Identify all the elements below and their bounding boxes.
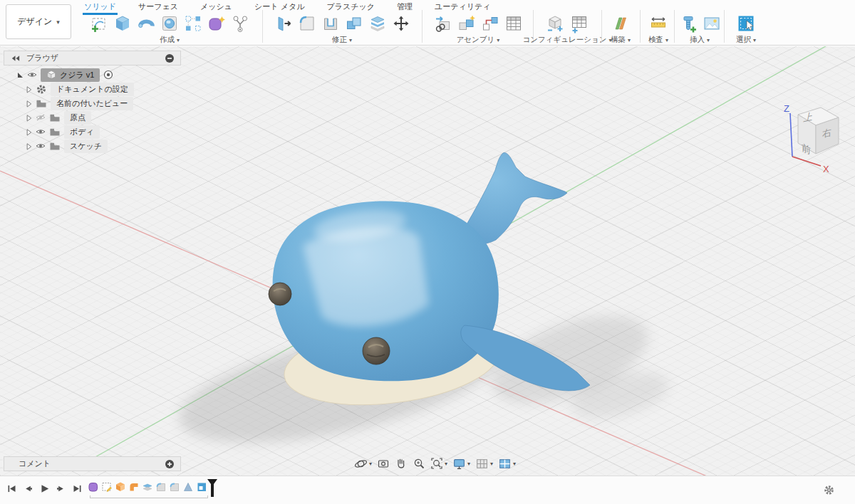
split-feature-icon[interactable] [141, 481, 153, 493]
create-form-icon[interactable] [205, 13, 228, 35]
gear-icon[interactable] [823, 484, 835, 496]
toolbar-divider [674, 10, 675, 43]
activate-component-radio[interactable] [103, 70, 113, 80]
shell-icon[interactable] [319, 13, 342, 35]
pan-icon[interactable] [395, 457, 408, 470]
folder-icon [49, 142, 61, 151]
new-component-icon[interactable] [432, 13, 455, 35]
fit-icon[interactable]: ▾ [430, 457, 447, 470]
collapsed-arrow-icon[interactable] [25, 114, 32, 122]
play-icon[interactable] [38, 482, 50, 495]
select-icon[interactable] [735, 13, 757, 35]
tree-item-label[interactable]: 名前の付いたビュー [51, 97, 133, 110]
browser-item-named-views[interactable]: 名前の付いたビュー [6, 96, 134, 110]
visibility-eye-off-icon[interactable] [36, 114, 46, 121]
whale-eye-left[interactable] [269, 283, 291, 305]
tab-utilities[interactable]: ユーティリティ [433, 0, 492, 13]
pattern-icon[interactable] [182, 13, 204, 35]
look-at-icon[interactable] [377, 457, 390, 470]
tree-item-label[interactable]: ボディ [64, 125, 100, 139]
zoom-icon[interactable] [413, 457, 425, 470]
configuration-table-icon[interactable] [568, 13, 591, 35]
whale-eye-right[interactable] [363, 337, 390, 364]
browser-item-sketches[interactable]: スケッチ [6, 139, 134, 153]
extrude-icon[interactable] [111, 13, 134, 35]
select-dropdown[interactable]: 選択▾ [736, 35, 756, 45]
tab-sheet-metal[interactable]: シート メタル [253, 0, 306, 13]
joint-icon[interactable] [455, 13, 478, 35]
insert-dropdown[interactable]: 挿入▾ [690, 35, 710, 45]
insert-fastener-icon[interactable] [677, 13, 700, 35]
go-to-end-icon[interactable] [71, 482, 83, 495]
timeline-position-marker[interactable] [207, 478, 218, 498]
revolve-icon[interactable] [135, 13, 157, 35]
collapsed-arrow-icon[interactable] [25, 128, 32, 136]
ribbon-tabs: ソリッド サーフェス メッシュ シート メタル プラスチック 管理 ユーティリテ… [83, 0, 492, 12]
collapse-panel-icon[interactable] [10, 54, 21, 63]
split-body-icon[interactable] [366, 13, 389, 35]
expand-arrow-icon[interactable] [16, 71, 24, 78]
measure-icon[interactable] [647, 13, 670, 35]
construct-dropdown[interactable]: 構築▾ [611, 35, 631, 45]
configure-icon[interactable] [544, 13, 567, 35]
visibility-eye-icon[interactable] [27, 71, 37, 78]
automated-modeling-icon[interactable] [229, 13, 252, 35]
configuration-dropdown[interactable]: コンフィギュレーション▾ [523, 35, 612, 45]
assemble-dropdown[interactable]: アセンブリ▾ [457, 35, 500, 45]
visibility-eye-icon[interactable] [36, 142, 46, 149]
tab-surface[interactable]: サーフェス [137, 0, 180, 13]
tab-manage[interactable]: 管理 [395, 0, 414, 13]
tree-item-label[interactable]: スケッチ [64, 140, 108, 153]
workspace-switcher-button[interactable]: デザイン▾ [6, 4, 71, 39]
collapsed-arrow-icon[interactable] [25, 100, 32, 107]
view-cube[interactable]: Z 上 前 右 X [771, 99, 842, 174]
visibility-eye-icon[interactable] [36, 128, 46, 135]
chevron-down-icon: ▾ [56, 19, 60, 26]
viewports-icon[interactable]: ▾ [498, 457, 516, 471]
modify-dropdown[interactable]: 修正▾ [332, 35, 352, 45]
create-sketch-icon[interactable] [88, 13, 110, 35]
fillet-icon[interactable] [296, 13, 318, 35]
grid-settings-icon[interactable]: ▾ [475, 457, 493, 471]
orbit-icon[interactable]: ▾ [354, 457, 372, 471]
browser-item-origin[interactable]: 原点 [6, 110, 134, 125]
component-root-item[interactable]: クジラ v1 [41, 68, 100, 82]
insert-canvas-icon[interactable] [700, 13, 723, 35]
browser-item-bodies[interactable]: ボディ [6, 125, 134, 139]
tree-item-label[interactable]: 原点 [64, 111, 91, 125]
display-settings-icon[interactable]: ▾ [452, 457, 470, 471]
fillet-feature-icon[interactable] [168, 481, 180, 493]
form-feature-icon[interactable] [87, 481, 99, 493]
combine-icon[interactable] [343, 13, 366, 35]
go-to-start-icon[interactable] [6, 482, 17, 495]
as-built-joint-icon[interactable] [479, 13, 502, 35]
construction-plane-icon[interactable] [609, 13, 632, 35]
sweep-feature-icon[interactable] [128, 481, 140, 493]
create-dropdown[interactable]: 作成▾ [160, 35, 180, 45]
combine-feature-icon[interactable] [195, 481, 207, 493]
browser-panel-header[interactable]: ブラウザ [4, 51, 181, 65]
hole-icon[interactable] [158, 13, 181, 35]
move-copy-icon[interactable] [390, 13, 413, 35]
tree-item-label[interactable]: ドキュメントの設定 [51, 83, 134, 96]
draft-feature-icon[interactable] [182, 481, 194, 493]
extrude-feature-icon[interactable] [114, 481, 126, 493]
minimize-panel-icon[interactable] [165, 53, 175, 63]
collapsed-arrow-icon[interactable] [25, 142, 32, 150]
fillet-feature-icon[interactable] [155, 481, 167, 493]
bom-table-icon[interactable] [502, 13, 525, 35]
sketch-feature-icon[interactable] [100, 481, 113, 493]
tab-plastic[interactable]: プラスチック [325, 0, 376, 13]
step-forward-icon[interactable] [55, 482, 66, 495]
inspect-dropdown[interactable]: 検査▾ [648, 35, 668, 45]
browser-root-row[interactable]: クジラ v1 [6, 68, 134, 82]
ribbon-group-select: 選択▾ [725, 12, 767, 45]
add-comment-icon[interactable] [165, 459, 175, 469]
tab-mesh[interactable]: メッシュ [199, 0, 234, 13]
step-back-icon[interactable] [22, 482, 33, 495]
browser-item-document-settings[interactable]: ドキュメントの設定 [6, 82, 134, 96]
component-cube-icon [46, 70, 56, 80]
collapsed-arrow-icon[interactable] [25, 85, 32, 93]
press-pull-icon[interactable] [272, 13, 295, 35]
comments-panel-header[interactable]: コメント [4, 456, 181, 471]
